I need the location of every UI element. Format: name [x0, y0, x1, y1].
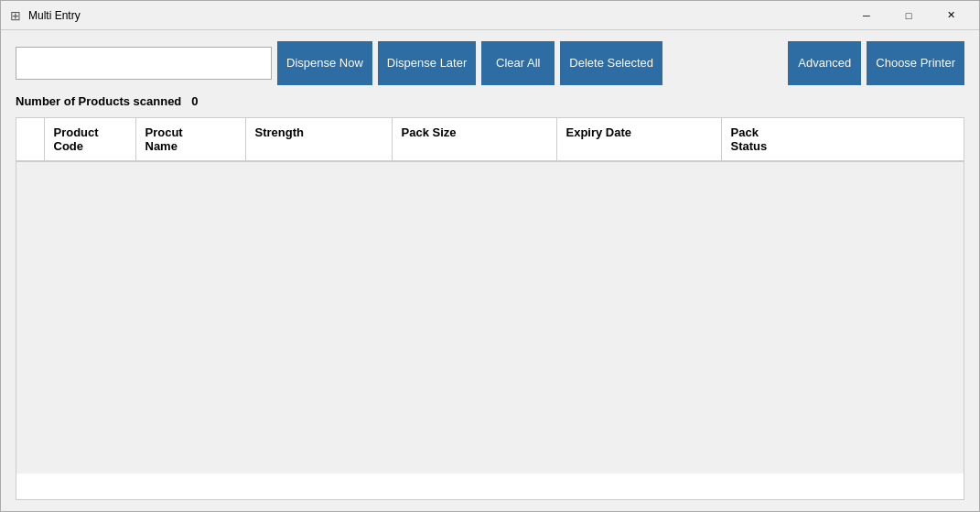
delete-selected-button[interactable]: Delete Selected	[560, 41, 662, 85]
col-pack-status: PackStatus	[721, 118, 964, 161]
col-product-name: ProcutName	[135, 118, 245, 161]
right-buttons: Advanced Choose Printer	[788, 41, 964, 85]
products-count-value: 0	[191, 94, 198, 108]
products-count-bar: Number of Products scanned 0	[16, 93, 964, 110]
table-header-row: ProductCode ProcutName Strength Pack Siz…	[16, 118, 964, 161]
window-controls: ─ □ ✕	[845, 1, 972, 30]
main-window: ⊞ Multi Entry ─ □ ✕ Dispense Now Dispens…	[0, 0, 980, 512]
table-body	[16, 162, 964, 474]
minimize-button[interactable]: ─	[845, 1, 888, 30]
advanced-button[interactable]: Advanced	[788, 41, 861, 85]
window-title: Multi Entry	[28, 9, 845, 22]
search-input[interactable]	[16, 47, 272, 80]
title-bar: ⊞ Multi Entry ─ □ ✕	[1, 1, 979, 30]
dispense-now-button[interactable]: Dispense Now	[277, 41, 372, 85]
products-count-label: Number of Products scanned	[16, 94, 181, 108]
table-header: ProductCode ProcutName Strength Pack Siz…	[16, 118, 964, 162]
col-expiry-date: Expiry Date	[556, 118, 721, 161]
app-icon: ⊞	[8, 8, 23, 23]
choose-printer-button[interactable]: Choose Printer	[867, 41, 964, 85]
col-product-code: ProductCode	[44, 118, 135, 161]
dispense-later-button[interactable]: Dispense Later	[378, 41, 476, 85]
close-button[interactable]: ✕	[930, 1, 972, 30]
products-table-container: ProductCode ProcutName Strength Pack Siz…	[16, 117, 964, 500]
clear-all-button[interactable]: Clear All	[481, 41, 555, 85]
col-pack-size: Pack Size	[392, 118, 556, 161]
toolbar: Dispense Now Dispense Later Clear All De…	[16, 41, 964, 85]
col-checkbox	[16, 118, 44, 161]
maximize-button[interactable]: □	[888, 1, 930, 30]
products-table: ProductCode ProcutName Strength Pack Siz…	[16, 118, 964, 474]
col-strength: Strength	[245, 118, 392, 161]
main-content: Dispense Now Dispense Later Clear All De…	[1, 30, 979, 511]
